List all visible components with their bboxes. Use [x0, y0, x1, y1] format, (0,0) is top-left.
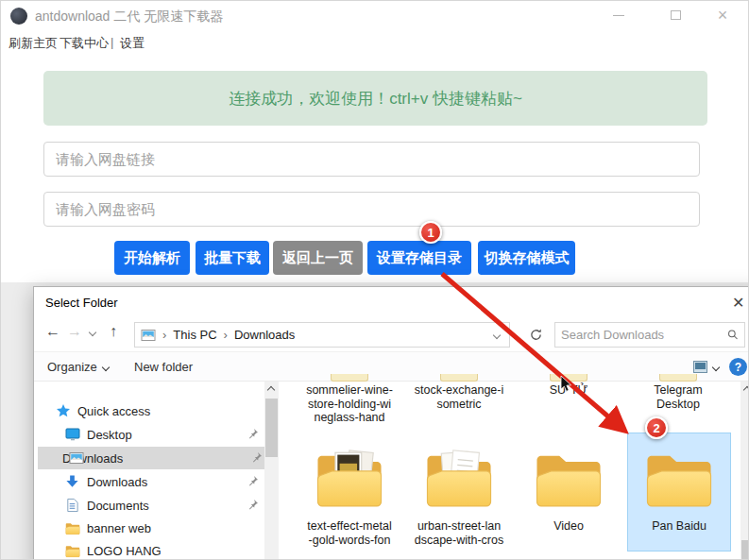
folder-icon [659, 374, 697, 382]
breadcrumb-item-this-pc[interactable]: This PC [173, 328, 216, 342]
select-folder-dialog: Select Folder ✕ ← → ↑ › This PC › Downlo… [33, 286, 749, 560]
dialog-title: Select Folder [45, 296, 118, 310]
menu-separator: | [111, 35, 113, 49]
file-label: Video [516, 519, 621, 534]
annotation-step-2: 2 [645, 416, 668, 439]
file-label: Telegram Desktop [625, 383, 731, 411]
file-label: urban-street-lan dscape-with-cros [406, 519, 512, 547]
breadcrumb-location-icon [141, 328, 156, 343]
tree-item-banner-web[interactable]: banner web [34, 517, 264, 539]
view-mode-icon [693, 361, 707, 373]
status-banner: 连接成功，欢迎使用！ctrl+v 快捷键粘贴~ [43, 71, 707, 126]
breadcrumb-dropdown-icon[interactable] [493, 331, 501, 338]
tree-pane: Quick access Desktop Downloads [34, 382, 264, 560]
refresh-button[interactable] [522, 322, 549, 348]
pin-icon[interactable] [247, 499, 259, 513]
set-storage-dir-button[interactable]: 设置存储目录 [367, 241, 471, 275]
grid-scrollbar-thumb[interactable] [741, 540, 749, 560]
pin-icon[interactable] [251, 451, 263, 466]
nav-back-button[interactable]: ← [45, 323, 60, 340]
folder-icon [534, 440, 604, 518]
file-item-telegram-desktop[interactable]: Telegram Desktop [625, 374, 731, 411]
close-button[interactable]: × [702, 1, 743, 29]
maximize-button[interactable] [655, 1, 696, 29]
close-icon: × [718, 7, 728, 24]
pin-icon[interactable] [247, 475, 259, 489]
search-icon [727, 328, 739, 342]
breadcrumb: › This PC › Downloads [134, 322, 510, 348]
link-input[interactable] [43, 142, 700, 177]
view-caret-icon [712, 363, 720, 370]
organize-button[interactable]: Organize [47, 360, 109, 374]
picture-folder-icon [68, 450, 84, 467]
tree-item-documents[interactable]: Documents [34, 494, 264, 517]
breadcrumb-chevron-icon: › [162, 328, 166, 342]
app-title: antdownload 二代 无限速下载器 [35, 8, 223, 25]
file-label: stock-exchange-i sometric [406, 383, 512, 411]
annotation-step-1: 1 [419, 221, 442, 244]
minimize-button[interactable] [598, 1, 639, 29]
help-icon: ? [735, 361, 741, 374]
password-input[interactable] [43, 192, 700, 227]
back-page-button[interactable]: 返回上一页 [273, 241, 363, 275]
search-input[interactable] [561, 328, 727, 342]
help-button[interactable]: ? [729, 358, 747, 376]
minimize-icon [613, 15, 624, 16]
folder-icon [440, 374, 478, 382]
app-logo-icon [10, 8, 27, 25]
menu-item-settings[interactable]: 设置 [120, 35, 145, 52]
folder-icon [331, 374, 368, 382]
search-box [554, 322, 745, 348]
tree-item-desktop[interactable]: Desktop [34, 423, 264, 446]
file-item-text-effect-metal[interactable]: text-effect-metal -gold-words-fon [297, 440, 402, 547]
breadcrumb-item-downloads[interactable]: Downloads [234, 328, 295, 342]
organize-caret-icon [102, 363, 110, 370]
star-icon [55, 403, 71, 419]
folder-icon [64, 543, 80, 559]
nav-history-dropdown-icon[interactable] [89, 329, 96, 336]
file-item-sommelier[interactable]: sommelier-wine- store-holding-wi neglass… [297, 374, 402, 425]
tree-scrollbar[interactable] [264, 382, 279, 560]
document-icon [64, 498, 80, 514]
file-item-video[interactable]: Video [516, 440, 621, 534]
parse-button[interactable]: 开始解析 [114, 241, 190, 275]
batch-download-button[interactable]: 批量下载 [196, 241, 269, 275]
grid-scrollbar[interactable] [740, 382, 749, 560]
app-menubar: 刷新主页 下载中心 | 设置 [1, 30, 748, 53]
dialog-nav-bar: ← → ↑ › This PC › Downloads [34, 321, 749, 349]
file-item-stock-exchange[interactable]: stock-exchange-i sometric [406, 374, 512, 411]
nav-up-button[interactable]: ↑ [110, 323, 117, 340]
nav-forward-button[interactable]: → [67, 323, 82, 340]
tree-item-quick-access[interactable]: Quick access [34, 399, 264, 422]
refresh-icon [529, 328, 543, 342]
switch-storage-mode-button[interactable]: 切换存储模式 [478, 241, 575, 275]
view-mode-button[interactable] [693, 361, 719, 373]
new-folder-button[interactable]: New folder [134, 360, 193, 374]
pin-icon[interactable] [247, 428, 259, 442]
scroll-up-icon[interactable] [743, 386, 749, 394]
scroll-up-icon[interactable] [267, 386, 275, 394]
menu-item-refresh-home[interactable]: 刷新主页 [9, 35, 58, 52]
download-arrow-icon [64, 474, 80, 490]
file-item-pan-baidu[interactable]: Pan Baidu [626, 440, 732, 534]
tree-item-logo-hang[interactable]: LOGO HANG [34, 539, 264, 560]
tree-item-downloads[interactable]: Downloads [34, 470, 264, 493]
file-item-urban-street[interactable]: urban-street-lan dscape-with-cros [406, 440, 512, 547]
folder-paper-preview-icon [424, 440, 494, 518]
tree-scrollbar-thumb[interactable] [265, 399, 278, 457]
desktop-icon [64, 427, 80, 443]
maximize-icon [671, 10, 681, 20]
app-titlebar: antdownload 二代 无限速下载器 × [1, 1, 748, 29]
menu-item-download-center[interactable]: 下载中心 [60, 35, 109, 52]
folder-gold-preview-icon [315, 440, 384, 518]
file-label: text-effect-metal -gold-words-fon [297, 519, 402, 547]
tree-item-downloads-quickaccess[interactable]: Downloads [38, 447, 266, 469]
screen: antdownload 二代 无限速下载器 × 刷新主页 下载中心 | 设置 连… [0, 0, 749, 560]
folder-icon [644, 440, 714, 518]
file-label: sommelier-wine- store-holding-wi neglass… [297, 383, 402, 425]
breadcrumb-chevron-icon: › [224, 328, 228, 342]
file-label: Pan Baidu [626, 519, 732, 534]
mouse-cursor-icon [560, 376, 573, 393]
folder-icon [64, 520, 80, 536]
dialog-close-icon[interactable]: ✕ [732, 294, 744, 312]
